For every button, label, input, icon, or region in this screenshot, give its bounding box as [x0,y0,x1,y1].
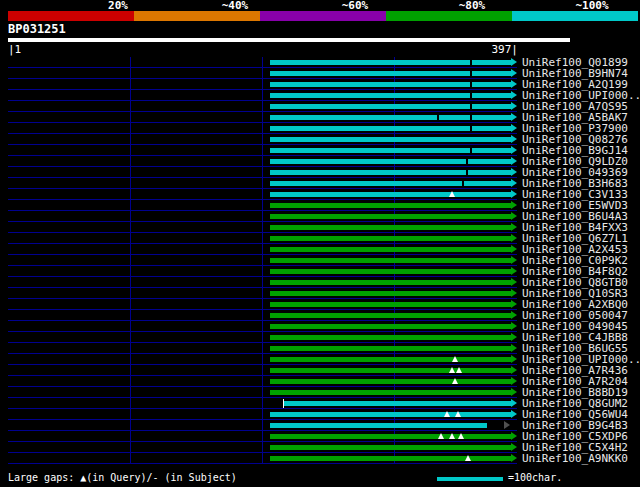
hit-bar[interactable] [270,60,511,65]
query-gap-triangle-icon [449,367,455,373]
query-gap-triangle-icon [444,411,450,417]
query-gap-triangle-icon [438,433,444,439]
hit-bar[interactable] [270,269,511,274]
colorbar-segment [512,11,638,21]
subject-gap-mark [470,82,472,87]
query-gap-triangle-icon [449,433,455,439]
hit-arrowhead-icon [511,124,517,132]
hit-bar[interactable] [270,181,511,186]
hit-bar[interactable] [270,71,511,76]
hit-arrowhead-icon [511,344,517,352]
hit-bar[interactable] [270,335,511,340]
hit-bar[interactable] [270,324,511,329]
hit-arrowhead-icon [511,113,517,121]
hit-arrowhead-icon [511,410,517,418]
hit-bar[interactable] [270,291,511,296]
scale-unit-label: =100char. [508,471,562,484]
subject-gap-mark [470,93,472,98]
query-gap-triangle-icon [465,455,471,461]
hit-bar[interactable] [270,115,511,120]
hit-arrowhead-icon [511,267,517,275]
subject-gap-mark [437,115,439,120]
hit-arrowhead-icon [511,58,517,66]
subject-gap-mark [470,60,472,65]
scale-unit-bar [437,477,503,481]
hit-bar[interactable] [270,346,511,351]
hit-arrowhead-icon [511,223,517,231]
hit-bar[interactable] [270,258,511,263]
hit-arrowhead-icon [511,135,517,143]
hit-arrowhead-icon [511,69,517,77]
query-gap-triangle-icon [452,356,458,362]
colorbar-segment [260,11,386,21]
hit-arrowhead-icon [511,399,517,407]
subject-gap-mark [470,71,472,76]
hit-label[interactable]: UniRef100_A9NKK0 [522,453,628,464]
hit-bar[interactable] [283,401,511,406]
query-name: BP031251 [8,23,66,36]
hit-arrowhead-icon [511,168,517,176]
hit-arrowhead-icon [511,366,517,374]
query-gap-triangle-icon [458,433,464,439]
hit-arrowhead-icon [504,421,510,429]
hit-bar[interactable] [270,456,511,461]
hit-bar[interactable] [270,390,511,395]
hit-bar[interactable] [270,214,511,219]
hit-bar[interactable] [270,137,511,142]
hit-arrowhead-icon [511,454,517,462]
query-gap-triangle-icon [455,411,461,417]
hit-bar[interactable] [270,412,511,417]
hit-bar[interactable] [270,434,511,439]
hit-bar[interactable] [270,236,511,241]
hit-bar[interactable] [270,203,511,208]
hit-bar[interactable] [270,313,511,318]
hit-bar[interactable] [270,104,511,109]
colorbar-label: ~80% [459,0,486,11]
large-gaps-legend: Large gaps: ▲(in Query)/- (in Subject) [8,471,237,484]
hit-bar[interactable] [270,368,511,373]
hit-bar[interactable] [270,159,511,164]
colorbar-label: ~40% [222,0,249,11]
query-gap-triangle-icon [452,378,458,384]
hit-arrowhead-icon [511,388,517,396]
hit-bar[interactable] [270,93,511,98]
hit-arrowhead-icon [511,190,517,198]
colorbar-label: ~100% [575,0,608,11]
query-gap-triangle-icon [449,191,455,197]
colorbar-label: 20% [108,0,128,11]
hit-arrowhead-icon [511,432,517,440]
hit-arrowhead-icon [511,311,517,319]
colorbar-segment [386,11,512,21]
hit-arrowhead-icon [511,212,517,220]
colorbar-labels: 20%~40%~60%~80%~100% [0,0,640,11]
hit-bar[interactable] [270,170,511,175]
score-colorbar [8,11,638,21]
query-gap-triangle-icon [456,367,462,373]
subject-gap-mark [470,148,472,153]
hit-bar[interactable] [270,126,511,131]
subject-gap-mark [462,181,464,186]
hit-arrowhead-icon [511,443,517,451]
hit-bar[interactable] [270,302,511,307]
hit-bar[interactable] [270,148,511,153]
hit-bar[interactable] [270,379,511,384]
colorbar-label: ~60% [342,0,369,11]
hit-arrowhead-icon [511,80,517,88]
hit-arrowhead-icon [511,322,517,330]
hit-arrowhead-icon [511,102,517,110]
hit-start-tick [283,399,284,408]
hit-bar[interactable] [270,82,511,87]
hit-bar[interactable] [270,247,511,252]
colorbar-segment [8,11,134,21]
hit-bar[interactable] [270,280,511,285]
hit-bar[interactable] [270,423,487,428]
hit-arrowhead-icon [511,157,517,165]
hit-bar[interactable] [270,225,511,230]
hit-bar[interactable] [270,445,511,450]
scale-start-label: |1 [8,44,21,56]
hit-arrowhead-icon [511,333,517,341]
colorbar-segment [134,11,260,21]
hit-bar[interactable] [270,192,511,197]
hit-bar[interactable] [270,357,511,362]
hit-arrowhead-icon [511,179,517,187]
